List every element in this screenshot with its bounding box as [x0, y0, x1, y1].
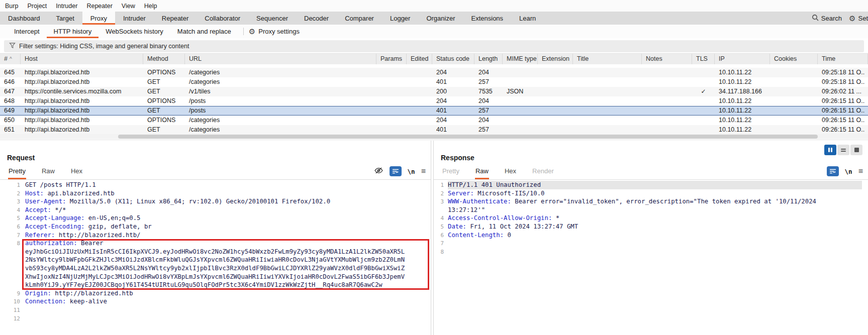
column-header-edited[interactable]: Edited	[407, 54, 432, 65]
cell-host: http://api.blazorized.htb	[21, 77, 143, 87]
sub-tab-match-and-replace[interactable]: Match and replace	[170, 25, 238, 38]
cell-num: 649	[0, 106, 21, 116]
column-header-mime-type[interactable]: MIME type	[503, 54, 538, 65]
tab-logger[interactable]: Logger	[382, 12, 418, 25]
column-header-extension[interactable]: Extension	[538, 54, 573, 65]
editor-tab-render[interactable]: Render	[532, 166, 554, 179]
show-newlines-icon[interactable]: \n	[408, 168, 415, 175]
editor-line: vbS93cy8yMDA4LzA2L2lkZW50aXR5L2NsYWltcy9…	[0, 264, 431, 273]
table-row-651[interactable]: 651http://api.blazorized.htbGET/categori…	[0, 125, 868, 135]
line-text: eyJhbGciOiJIUzUxMiIsInR5cCI6IkpXVCJ9.eyJ…	[25, 248, 405, 255]
column-header-[interactable]: #^	[0, 54, 21, 65]
tab-extensions[interactable]: Extensions	[463, 12, 512, 25]
search-icon[interactable]	[812, 14, 819, 23]
line-number: 5	[434, 222, 448, 231]
panel-divider[interactable]	[431, 141, 431, 335]
column-header-url[interactable]: URL	[185, 54, 376, 65]
line-number	[434, 206, 448, 214]
tab-intruder[interactable]: Intruder	[115, 12, 154, 25]
editor-menu-icon[interactable]: ≡	[421, 167, 426, 175]
editor-line: 7Referer: http://blazorized.htb/	[0, 231, 431, 240]
table-row-646[interactable]: 646http://api.blazorized.htbGET/categori…	[0, 77, 868, 87]
tab-dashboard[interactable]: Dashboard	[0, 12, 48, 25]
editor-tab-raw[interactable]: Raw	[41, 166, 55, 179]
column-header-tls[interactable]: TLS	[692, 54, 715, 65]
column-header-status-code[interactable]: Status code	[432, 54, 474, 65]
table-row-645[interactable]: 645http://api.blazorized.htbOPTIONS/cate…	[0, 68, 868, 77]
editor-menu-icon[interactable]: ≡	[858, 167, 863, 175]
column-header-ip[interactable]: IP	[715, 54, 770, 65]
horizontal-layout-button[interactable]	[837, 145, 849, 155]
tab-learn[interactable]: Learn	[511, 12, 544, 25]
table-horizontal-scrollbar[interactable]	[0, 134, 868, 139]
tab-collaborator[interactable]: Collaborator	[197, 12, 248, 25]
line-content	[448, 248, 862, 256]
menu-view[interactable]: View	[122, 3, 135, 10]
header-value: api.blazorized.htb	[44, 190, 115, 197]
sub-tab-intercept[interactable]: Intercept	[7, 25, 47, 38]
response-editor[interactable]: 1HTTP/1.1 401 Unauthorized2Server: Micro…	[434, 181, 868, 335]
scrollbar-thumb[interactable]	[118, 135, 818, 139]
word-wrap-toggle-icon[interactable]	[827, 166, 839, 176]
pause-button[interactable]	[824, 145, 836, 155]
sub-tab-websockets-history[interactable]: WebSockets history	[99, 25, 170, 38]
word-wrap-toggle-icon[interactable]	[390, 166, 402, 176]
column-header-time[interactable]: Time	[818, 54, 868, 65]
editor-line: 4Access-Control-Allow-Origin: *	[434, 214, 868, 222]
proxy-settings-label: Proxy settings	[258, 28, 300, 35]
tab-organizer[interactable]: Organizer	[418, 12, 463, 25]
editor-line: 11	[0, 306, 431, 314]
column-header-method[interactable]: Method	[143, 54, 185, 65]
menu-repeater[interactable]: Repeater	[86, 3, 112, 10]
editor-line: 1GET /posts HTTP/1.1	[0, 181, 431, 189]
column-header-cookies[interactable]: Cookies	[770, 54, 818, 65]
editor-tab-pretty[interactable]: Pretty	[8, 166, 26, 179]
tab-repeater[interactable]: Repeater	[154, 12, 197, 25]
header-name: authorization:	[25, 240, 77, 247]
cell-length: 204	[474, 68, 503, 77]
editor-tab-raw[interactable]: Raw	[475, 166, 489, 179]
editor-tab-pretty[interactable]: Pretty	[442, 166, 460, 179]
tab-comparer[interactable]: Comparer	[337, 12, 382, 25]
table-row-649[interactable]: 649http://api.blazorized.htbGET/posts401…	[0, 106, 868, 116]
editor-tab-hex[interactable]: Hex	[70, 166, 83, 179]
request-editor[interactable]: 1GET /posts HTTP/1.12Host: api.blazorize…	[0, 181, 431, 335]
tab-sequencer[interactable]: Sequencer	[248, 12, 296, 25]
menu-help[interactable]: Help	[144, 3, 157, 10]
tab-decoder[interactable]: Decoder	[296, 12, 337, 25]
line-text: 13:27:12'"	[448, 206, 485, 213]
sub-tab-proxy-settings[interactable]: ⚙Proxy settings	[249, 25, 300, 38]
settings-gear-icon[interactable]: ⚙	[849, 15, 855, 22]
column-header-notes[interactable]: Notes	[642, 54, 692, 65]
column-header-title[interactable]: Title	[573, 54, 642, 65]
table-row-648[interactable]: 648http://api.blazorized.htbOPTIONS/post…	[0, 96, 868, 106]
burp-suite-window: BurpProjectIntruderRepeaterViewHelp Dash…	[0, 0, 868, 335]
menu-intruder[interactable]: Intruder	[56, 3, 77, 10]
tab-proxy[interactable]: Proxy	[82, 12, 115, 25]
line-content: Accept-Language: en-US,en;q=0.5	[25, 214, 425, 222]
line-content: HTTP/1.1 401 Unauthorized	[448, 181, 862, 189]
menu-project[interactable]: Project	[27, 3, 47, 10]
menu-burp[interactable]: Burp	[5, 3, 18, 10]
maximize-button[interactable]	[850, 145, 862, 155]
editor-line: XhwIjoxNzI4NjUzMjMyLCJpc3MiOiJodHRwOi8vY…	[0, 273, 431, 281]
editor-tab-hex[interactable]: Hex	[504, 166, 517, 179]
table-row-650[interactable]: 650http://api.blazorized.htbOPTIONS/cate…	[0, 116, 868, 125]
header-value: */*	[51, 206, 66, 213]
line-number	[0, 281, 25, 289]
table-row-644[interactable]: 644http://api.blazorized.htbGET/posts401…	[0, 64, 868, 68]
show-newlines-icon[interactable]: \n	[845, 168, 852, 175]
column-header-length[interactable]: Length	[474, 54, 503, 65]
sub-tab-http-history[interactable]: HTTP history	[47, 25, 99, 38]
editor-line: 2Host: api.blazorized.htb	[0, 189, 431, 198]
tab-target[interactable]: Target	[48, 12, 82, 25]
table-row-647[interactable]: 647https://contile.services.mozilla.comG…	[0, 87, 868, 96]
column-header-host[interactable]: Host	[21, 54, 143, 65]
settings-button[interactable]: Set	[858, 15, 868, 22]
search-button[interactable]: Search	[821, 15, 842, 22]
hide-nonprintable-icon[interactable]	[374, 167, 383, 176]
line-content: Accept: */*	[25, 206, 425, 214]
filter-settings-bar[interactable]: Filter settings: Hiding CSS, image and g…	[4, 40, 864, 52]
column-header-params[interactable]: Params	[376, 54, 407, 65]
cell-edited	[407, 87, 432, 96]
